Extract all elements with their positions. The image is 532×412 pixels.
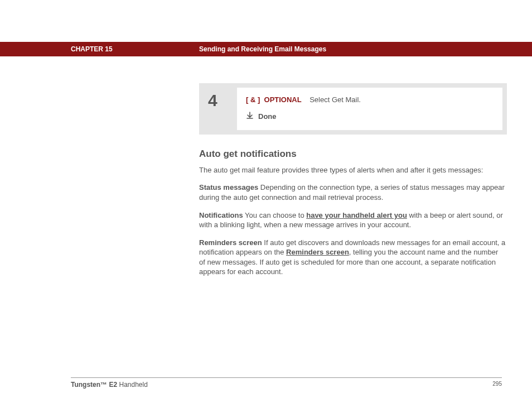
done-label: Done <box>258 112 277 121</box>
reminders-paragraph: Reminders screen If auto get discovers a… <box>199 238 506 277</box>
chapter-label: CHAPTER 15 <box>71 45 113 53</box>
optional-label: OPTIONAL <box>262 95 302 104</box>
notifications-label: Notifications <box>199 211 243 219</box>
status-label: Status messages <box>199 183 258 191</box>
section-heading: Auto get notifications <box>199 148 506 161</box>
product-name-bold: Tungsten™ E2 <box>71 381 117 389</box>
status-paragraph: Status messages Depending on the connect… <box>199 183 506 202</box>
step-number: 4 <box>204 88 237 130</box>
notifications-paragraph: Notifications You can choose to have you… <box>199 210 506 230</box>
reminders-link[interactable]: Reminders screen <box>286 248 349 256</box>
page-number: 295 <box>492 381 502 387</box>
footer-product: Tungsten™ E2 Handheld <box>71 381 148 389</box>
done-row: Done <box>246 112 494 121</box>
done-arrow-icon <box>246 112 254 121</box>
notif-before: You can choose to <box>243 211 306 219</box>
step-box: 4 [ & ] OPTIONAL Select Get Mail. Done <box>199 83 507 135</box>
step-content: [ & ] OPTIONAL Select Get Mail. Done <box>237 88 502 130</box>
chapter-header: CHAPTER 15 Sending and Receiving Email M… <box>0 42 532 56</box>
step-instruction: Select Get Mail. <box>303 95 361 104</box>
intro-paragraph: The auto get mail feature provides three… <box>199 165 506 175</box>
alert-link[interactable]: have your handheld alert you <box>306 211 407 219</box>
bracket-symbol: [ & ] <box>246 95 260 104</box>
chapter-title: Sending and Receiving Email Messages <box>199 45 326 53</box>
reminders-label: Reminders screen <box>199 238 262 247</box>
body-text: Auto get notifications The auto get mail… <box>199 148 506 285</box>
footer-rule <box>71 377 502 378</box>
product-name-rest: Handheld <box>117 381 148 389</box>
